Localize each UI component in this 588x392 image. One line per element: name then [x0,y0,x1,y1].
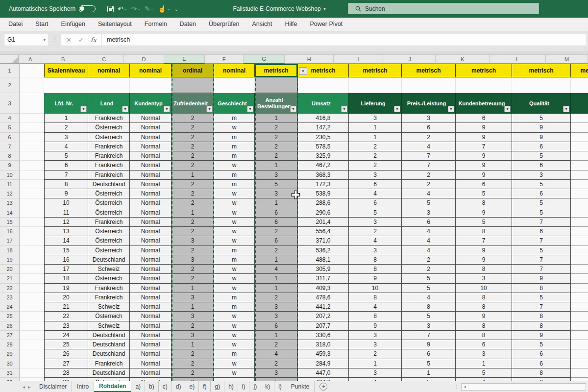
row-header-28[interactable]: 28 [0,340,20,349]
filter-dropdown-icon[interactable]: ▼ [448,106,454,112]
cell[interactable]: Österreich [88,274,130,283]
cell[interactable]: m [214,180,255,189]
cell[interactable] [571,133,588,142]
cell[interactable]: 368,3 [298,171,349,180]
cell[interactable]: 3 [402,321,456,331]
cell[interactable]: w [214,189,255,198]
cell[interactable]: Normal [130,198,172,208]
cell[interactable]: 3 [255,312,298,321]
cell[interactable]: 2 [255,246,298,255]
cell[interactable]: 7 [402,331,456,340]
cell[interactable]: m [214,171,255,180]
cell[interactable]: ordinal [172,64,214,77]
save-button[interactable] [106,6,115,12]
cell[interactable]: 1 [349,123,402,132]
cell[interactable] [20,227,44,236]
cell[interactable]: Normal [130,180,172,189]
cell[interactable]: 6 [512,359,571,368]
cell[interactable]: 6 [349,180,402,189]
cell[interactable]: 290,6 [298,208,349,218]
cell[interactable]: 6 [255,321,298,331]
cell[interactable]: 9 [456,161,512,170]
cell[interactable]: metrisch [255,64,298,77]
cell[interactable]: Schweiz [88,321,130,331]
ribbon-tab-daten[interactable]: Daten [173,18,202,31]
cell[interactable]: 4 [349,302,402,312]
cell[interactable]: Normal [130,321,172,331]
cell[interactable]: 7 [456,236,512,245]
cell[interactable]: 467,2 [298,161,349,170]
cell[interactable]: 9 [456,208,512,218]
cell[interactable]: Geschlecht▼ [214,93,255,114]
cell[interactable]: 6 [512,227,571,236]
cell[interactable]: 5 [255,180,298,189]
cell[interactable]: Österreich [88,236,130,245]
cell[interactable]: In▼ [571,93,588,114]
filter-dropdown-icon[interactable]: ▼ [563,106,569,112]
cell[interactable]: 8 [349,265,402,274]
cell[interactable] [571,368,588,378]
cell[interactable]: Normal [130,368,172,378]
cell[interactable]: w [214,274,255,283]
cell[interactable]: w [214,161,255,170]
column-header-B[interactable]: B [42,55,84,64]
cell[interactable]: Deutschland [88,368,130,378]
cell[interactable] [571,161,588,170]
cell[interactable]: 2 [172,227,214,236]
row-header-1[interactable]: 1 [0,64,20,77]
ribbon-tab-formeln[interactable]: Formeln [138,18,173,31]
row-header-18[interactable]: 18 [0,246,20,255]
cell[interactable]: Frankreich [88,161,130,170]
cell[interactable]: Normal [130,133,172,142]
cell[interactable]: 2 [349,142,402,151]
cell[interactable]: Normal [130,349,172,359]
ribbon-tab-datei[interactable]: Datei [2,18,29,31]
cell[interactable]: 2 [349,349,402,359]
cell[interactable]: 2 [172,218,214,227]
cell[interactable]: 7 [402,161,456,170]
cell[interactable]: metrisch [571,64,588,77]
ribbon-tab-hilfe[interactable]: Hilfe [279,18,304,31]
cell[interactable]: 6 [255,218,298,227]
cell[interactable]: 536,2 [298,246,349,255]
cell[interactable]: 371,0 [298,236,349,245]
cell[interactable]: Normal [130,274,172,283]
cell[interactable]: 9 [512,133,571,142]
cell[interactable]: 3 [172,312,214,321]
row-header-4[interactable]: 4 [0,114,20,123]
cell[interactable]: 8 [456,265,512,274]
column-header-L[interactable]: L [490,55,546,64]
cell[interactable] [20,77,44,93]
cell[interactable]: 17 [44,265,88,274]
cell[interactable]: Deutschland [88,331,130,340]
cell[interactable]: 2 [172,161,214,170]
cell[interactable]: 4 [402,236,456,245]
cell[interactable]: 1 [44,114,88,123]
cell[interactable]: 5 [512,198,571,208]
cell[interactable]: Normal [130,161,172,170]
row-header-24[interactable]: 24 [0,302,20,312]
cell[interactable]: metrisch [349,64,402,77]
cancel-entry-icon[interactable]: ✕ [66,36,72,44]
cell[interactable]: 3 [349,246,402,255]
column-header-F[interactable]: F [205,55,244,64]
cell[interactable] [20,198,44,208]
cell[interactable]: Deutschland [88,340,130,349]
cell[interactable]: 5 [512,340,571,349]
cell[interactable] [571,302,588,312]
cell[interactable]: 3 [402,208,456,218]
column-header-H[interactable]: H [285,55,333,64]
cell[interactable]: w [214,331,255,340]
cell[interactable]: 20 [44,293,88,302]
cell[interactable] [571,123,588,132]
cell[interactable] [130,77,172,93]
cell[interactable]: 2 [349,227,402,236]
filter-dropdown-icon[interactable]: ▼ [290,106,296,112]
cell[interactable]: 4 [402,189,456,198]
cell[interactable]: 4 [402,142,456,151]
prev-sheet-icon[interactable]: ◂ [23,384,25,390]
cell[interactable]: 8 [512,368,571,378]
cell[interactable]: Frankreich [88,114,130,123]
row-header-9[interactable]: 9 [0,161,20,170]
filter-dropdown-icon[interactable]: ▼ [341,106,347,112]
